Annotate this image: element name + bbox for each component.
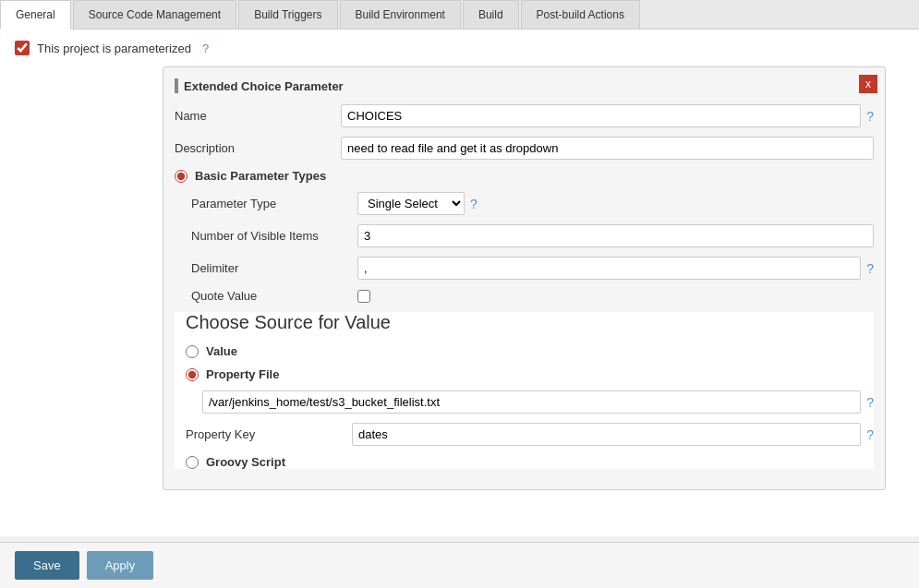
save-button[interactable]: Save [15, 551, 79, 580]
param-type-select[interactable]: Single Select Multi Select Check Boxes R… [357, 192, 465, 215]
property-key-label: Property Key [186, 427, 352, 441]
groovy-radio-row: Groovy Script [186, 455, 874, 469]
quote-value-checkbox[interactable] [357, 290, 370, 303]
bottom-bar: Save Apply [0, 542, 919, 588]
ecp-title: Extended Choice Parameter [184, 79, 344, 93]
property-file-path-input[interactable] [202, 390, 861, 414]
quote-value-label: Quote Value [191, 289, 357, 303]
property-key-input[interactable] [352, 423, 861, 446]
property-file-radio[interactable] [186, 368, 199, 381]
main-content: This project is parameterized ? x Extend… [0, 30, 919, 536]
parameterized-checkbox[interactable] [15, 41, 30, 55]
tab-general[interactable]: General [0, 0, 71, 30]
property-file-radio-row: Property File [186, 367, 874, 381]
tab-scm[interactable]: Source Code Management [73, 0, 236, 29]
property-file-path-row: ? [202, 390, 874, 414]
property-file-radio-label: Property File [206, 367, 279, 381]
choose-source-section: Choose Source for Value Value Property F… [175, 312, 874, 469]
parameterized-help-icon[interactable]: ? [202, 42, 209, 55]
visible-items-row: Number of Visible Items [191, 224, 874, 247]
indented-section: Parameter Type Single Select Multi Selec… [191, 192, 874, 303]
value-radio-label: Value [206, 344, 237, 358]
tab-build-env[interactable]: Build Environment [340, 0, 461, 29]
quote-value-row: Quote Value [191, 289, 874, 303]
choose-source-heading: Choose Source for Value [186, 312, 874, 333]
delimiter-row: Delimiter ? [191, 257, 874, 280]
param-type-row: Parameter Type Single Select Multi Selec… [191, 192, 874, 215]
name-row: Name ? [175, 104, 874, 127]
tab-build[interactable]: Build [463, 0, 519, 29]
parameterized-row: This project is parameterized ? [15, 41, 904, 55]
name-label: Name [175, 109, 341, 123]
tab-bar: General Source Code Management Build Tri… [0, 0, 919, 30]
value-radio[interactable] [186, 345, 199, 358]
delimiter-input[interactable] [357, 257, 861, 280]
delimiter-label: Delimiter [191, 261, 357, 275]
basic-param-radio-row: Basic Parameter Types [175, 169, 874, 183]
basic-param-radio[interactable] [175, 170, 187, 183]
description-row: Description [175, 137, 874, 160]
basic-param-label: Basic Parameter Types [195, 169, 326, 183]
property-file-path-help-icon[interactable]: ? [866, 395, 874, 410]
property-key-help-icon[interactable]: ? [866, 427, 874, 442]
visible-items-input[interactable] [357, 224, 874, 247]
parameterized-label: This project is parameterized [37, 42, 191, 55]
value-radio-row: Value [186, 344, 874, 358]
groovy-radio[interactable] [186, 456, 199, 469]
tab-postbuild[interactable]: Post-build Actions [521, 0, 640, 29]
tab-build-triggers[interactable]: Build Triggers [238, 0, 337, 29]
property-key-row: Property Key ? [186, 423, 874, 446]
visible-items-label: Number of Visible Items [191, 229, 357, 243]
groovy-radio-label: Groovy Script [206, 455, 285, 469]
apply-button[interactable]: Apply [87, 551, 154, 580]
section-bar-line [175, 78, 178, 93]
ecp-box: x Extended Choice Parameter Name ? Descr… [163, 66, 886, 490]
ecp-close-button[interactable]: x [859, 75, 877, 93]
param-type-label: Parameter Type [191, 197, 357, 210]
name-input[interactable] [341, 104, 861, 127]
name-help-icon[interactable]: ? [866, 109, 874, 124]
delimiter-help-icon[interactable]: ? [866, 261, 874, 276]
ecp-header: Extended Choice Parameter [175, 78, 874, 93]
description-label: Description [175, 141, 341, 155]
param-type-help-icon[interactable]: ? [470, 197, 478, 211]
description-input[interactable] [341, 137, 874, 160]
